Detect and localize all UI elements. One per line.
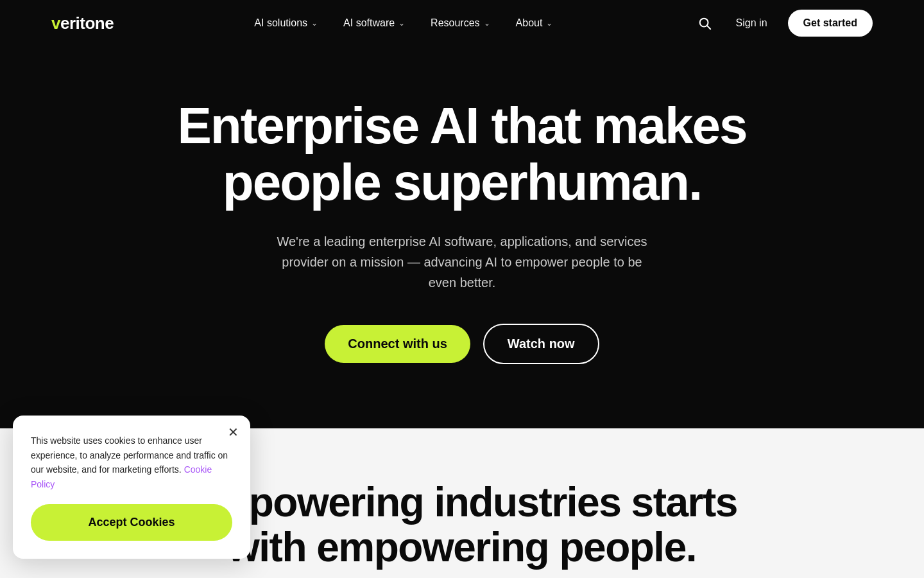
logo-v: v	[51, 13, 60, 33]
accept-cookies-button[interactable]: Accept Cookies	[31, 504, 232, 541]
nav-item-about[interactable]: About ⌄	[506, 12, 563, 34]
nav-item-ai-solutions[interactable]: AI solutions ⌄	[244, 12, 328, 34]
cookie-text: This website uses cookies to enhance use…	[31, 434, 232, 491]
chevron-down-icon: ⌄	[484, 19, 490, 28]
connect-with-us-button[interactable]: Connect with us	[325, 325, 470, 363]
get-started-button[interactable]: Get started	[788, 10, 873, 37]
hero-subtitle: We're a leading enterprise AI software, …	[276, 231, 648, 293]
empower-title: Empowering industries starts with empowe…	[173, 480, 751, 570]
search-icon	[697, 16, 712, 30]
logo-text: veritone	[51, 13, 114, 33]
cookie-close-button[interactable]: ✕	[228, 426, 239, 439]
hero-buttons: Connect with us Watch now	[325, 324, 599, 364]
hero-section: Enterprise AI that makes people superhum…	[0, 46, 924, 428]
search-button[interactable]	[694, 12, 715, 34]
navbar: veritone AI solutions ⌄ AI software ⌄ Re…	[0, 0, 924, 46]
nav-item-ai-software[interactable]: AI software ⌄	[333, 12, 415, 34]
cookie-banner: ✕ This website uses cookies to enhance u…	[13, 416, 250, 559]
chevron-down-icon: ⌄	[546, 19, 552, 28]
nav-item-resources[interactable]: Resources ⌄	[420, 12, 500, 34]
svg-line-1	[707, 26, 710, 29]
nav-actions: Sign in Get started	[694, 10, 873, 37]
hero-title: Enterprise AI that makes people superhum…	[141, 98, 783, 211]
chevron-down-icon: ⌄	[311, 19, 318, 28]
sign-in-button[interactable]: Sign in	[728, 12, 775, 34]
nav-links: AI solutions ⌄ AI software ⌄ Resources ⌄…	[244, 12, 563, 34]
chevron-down-icon: ⌄	[398, 19, 405, 28]
logo[interactable]: veritone	[51, 13, 114, 33]
watch-now-button[interactable]: Watch now	[483, 324, 599, 364]
